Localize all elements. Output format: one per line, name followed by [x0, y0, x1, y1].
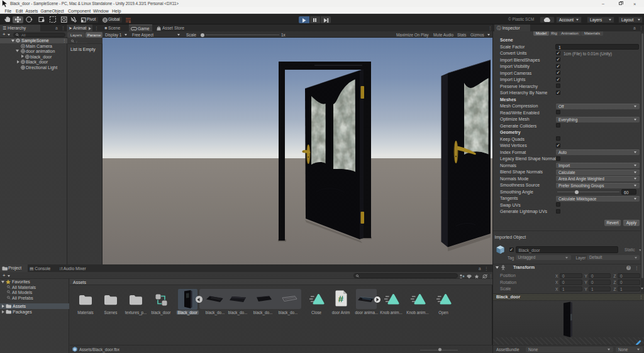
- svg-text:#: #: [338, 293, 344, 304]
